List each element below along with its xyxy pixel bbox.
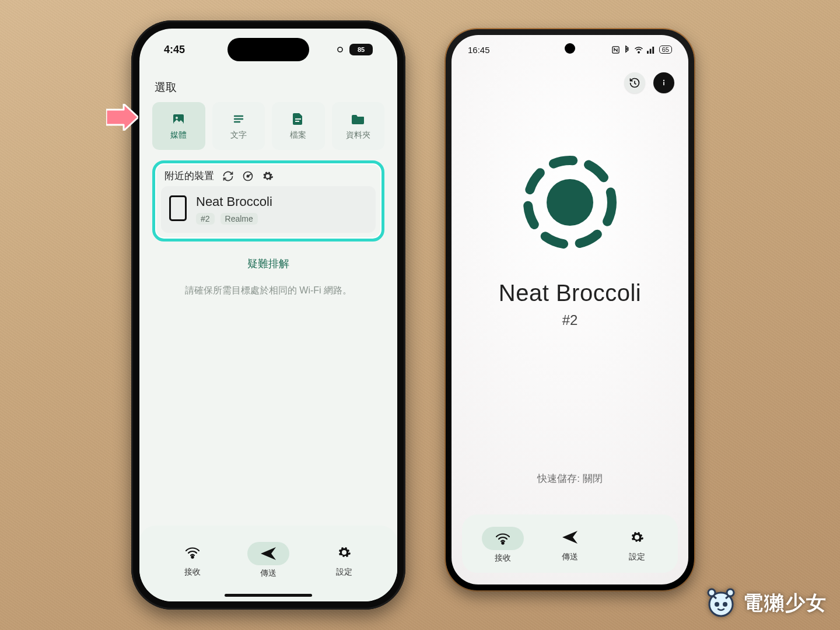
tab-receive[interactable]: 接收 bbox=[172, 541, 214, 578]
media-tab-label: 媒體 bbox=[170, 130, 187, 141]
android-battery: 65 bbox=[659, 46, 672, 54]
gear-icon[interactable] bbox=[262, 170, 274, 182]
tab-label: 接收 bbox=[495, 553, 511, 564]
media-type-row: 媒體 文字 檔案 資料 bbox=[152, 102, 384, 150]
ios-time: 4:45 bbox=[164, 44, 185, 56]
history-button[interactable] bbox=[624, 72, 645, 93]
iphone-screen: 4:45 85 選取 媒體 bbox=[139, 29, 397, 601]
app-logo-icon bbox=[514, 147, 625, 258]
info-button[interactable] bbox=[653, 72, 674, 93]
nearby-devices-panel: 附近的裝置 Neat Broccoli bbox=[152, 160, 384, 242]
svg-point-10 bbox=[191, 556, 193, 558]
watermark-text: 電獺少女 bbox=[743, 590, 827, 617]
media-tab-media[interactable]: 媒體 bbox=[152, 102, 205, 150]
gear-icon bbox=[337, 545, 351, 559]
refresh-icon[interactable] bbox=[222, 170, 234, 182]
nearby-title: 附近的裝置 bbox=[164, 169, 214, 183]
phone-icon bbox=[169, 195, 187, 221]
home-indicator bbox=[225, 594, 312, 597]
media-tab-label: 資料夾 bbox=[346, 130, 370, 141]
tab-settings[interactable]: 設定 bbox=[616, 526, 658, 562]
tab-label: 設定 bbox=[336, 567, 352, 578]
tab-settings[interactable]: 設定 bbox=[323, 541, 365, 578]
svg-marker-0 bbox=[106, 104, 138, 131]
android-time: 16:45 bbox=[468, 45, 490, 55]
svg-rect-6 bbox=[295, 118, 301, 120]
gear-icon bbox=[630, 530, 644, 544]
tab-receive[interactable]: 接收 bbox=[482, 524, 524, 564]
iphone-device-frame: 4:45 85 選取 媒體 bbox=[131, 20, 405, 610]
tab-label: 傳送 bbox=[260, 568, 276, 579]
svg-point-22 bbox=[708, 589, 715, 596]
wifi-icon bbox=[495, 532, 510, 545]
pointer-arrow-annotation bbox=[106, 104, 138, 131]
radar-icon[interactable] bbox=[242, 170, 254, 182]
svg-point-21 bbox=[723, 602, 727, 607]
device-name-title: Neat Broccoli bbox=[499, 280, 641, 306]
svg-point-15 bbox=[663, 80, 664, 81]
svg-point-9 bbox=[247, 175, 249, 177]
svg-rect-14 bbox=[663, 82, 664, 85]
svg-point-23 bbox=[727, 589, 734, 596]
image-icon bbox=[171, 111, 186, 127]
android-device-frame: 16:45 65 bbox=[446, 29, 694, 590]
device-name: Neat Broccoli bbox=[196, 194, 272, 209]
media-tab-file[interactable]: 檔案 bbox=[272, 102, 325, 150]
dynamic-island bbox=[228, 38, 309, 61]
file-icon bbox=[290, 111, 306, 127]
wifi-hint-text: 請確保所需目標處於相同的 Wi-Fi 網路。 bbox=[152, 285, 384, 297]
signal-icon bbox=[647, 46, 656, 54]
tab-label: 傳送 bbox=[562, 552, 578, 562]
send-icon bbox=[260, 546, 277, 561]
ios-battery: 85 bbox=[349, 44, 373, 55]
send-icon bbox=[561, 530, 579, 545]
watermark: 電獺少女 bbox=[705, 587, 827, 620]
tab-label: 設定 bbox=[629, 552, 645, 562]
section-title: 選取 bbox=[155, 80, 382, 95]
folder-icon bbox=[351, 111, 366, 127]
svg-point-16 bbox=[547, 179, 593, 226]
android-screen: 16:45 65 bbox=[452, 35, 688, 584]
text-lines-icon bbox=[231, 111, 246, 127]
device-tag: Realme bbox=[220, 213, 258, 225]
media-tab-label: 文字 bbox=[230, 130, 247, 141]
tab-send[interactable]: 傳送 bbox=[247, 539, 289, 579]
svg-point-2 bbox=[176, 117, 178, 119]
quick-save-status: 快速儲存: 關閉 bbox=[452, 472, 688, 485]
nfc-icon bbox=[611, 46, 620, 54]
mascot-icon bbox=[705, 587, 737, 620]
svg-rect-7 bbox=[295, 121, 299, 122]
link-icon bbox=[334, 46, 346, 54]
android-status-bar: 16:45 65 bbox=[452, 42, 688, 57]
media-tab-folder[interactable]: 資料夾 bbox=[332, 102, 385, 150]
wifi-icon bbox=[634, 46, 643, 54]
svg-point-20 bbox=[715, 602, 719, 607]
device-id-subtitle: #2 bbox=[562, 312, 578, 328]
troubleshoot-link[interactable]: 疑難排解 bbox=[152, 257, 384, 271]
nearby-device-card[interactable]: Neat Broccoli #2 Realme bbox=[161, 186, 376, 233]
bluetooth-icon bbox=[624, 46, 631, 54]
device-tag: #2 bbox=[196, 213, 215, 225]
tab-label: 接收 bbox=[184, 567, 201, 578]
svg-point-12 bbox=[638, 51, 639, 52]
svg-point-18 bbox=[502, 542, 503, 544]
media-tab-label: 檔案 bbox=[290, 130, 306, 141]
ios-bottom-tabbar: 接收 傳送 設定 bbox=[139, 526, 397, 601]
wifi-icon bbox=[185, 546, 200, 559]
android-bottom-tabbar: 接收 傳送 設定 bbox=[462, 514, 678, 573]
tab-send[interactable]: 傳送 bbox=[549, 526, 591, 562]
media-tab-text[interactable]: 文字 bbox=[212, 102, 265, 150]
